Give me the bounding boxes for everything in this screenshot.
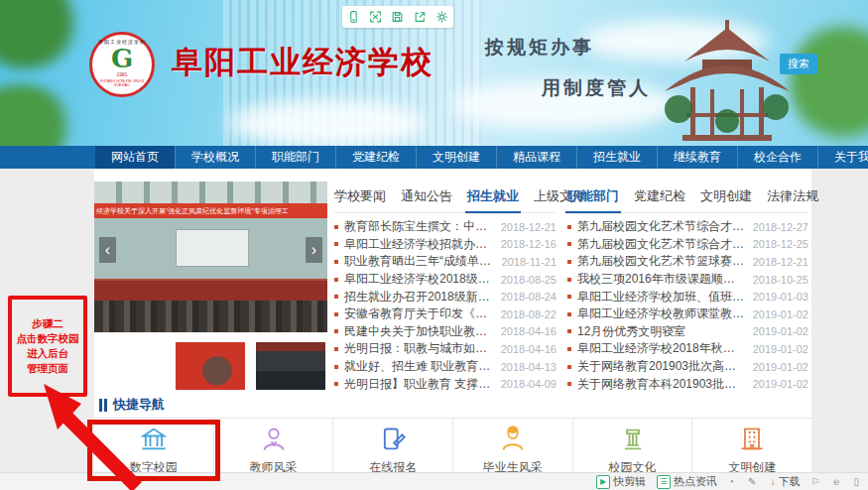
toolbar-item-label: 下载 bbox=[779, 474, 801, 489]
search-button[interactable]: 搜索 bbox=[780, 54, 817, 74]
school-name: 阜阳工业经济学校 bbox=[172, 42, 469, 83]
carousel-thumbnail-speaker[interactable] bbox=[176, 342, 245, 390]
news-item[interactable]: 民建中央关于加快职业教育转型 提高城... 2018-04-16 bbox=[334, 323, 557, 341]
news-item-date: 2019-01-02 bbox=[753, 325, 808, 337]
carousel-prev-button[interactable]: ‹ bbox=[99, 237, 116, 263]
news-item-title: 我校三项2016年市级课题顺利结题 bbox=[577, 271, 745, 288]
nav-item[interactable]: 学校概况 bbox=[175, 146, 255, 169]
nav-item[interactable]: 党建纪检 bbox=[335, 146, 416, 169]
news-item[interactable]: 第九届校园文化艺术节综合才艺比赛决赛 2018-12-27 bbox=[567, 218, 808, 236]
bullet-icon bbox=[334, 365, 338, 369]
settings-icon[interactable] bbox=[435, 10, 448, 24]
nav-item[interactable]: 网站首页 bbox=[95, 146, 175, 169]
news-item[interactable]: 第九届校园文化艺术节篮球赛决赛 2018-12-21 bbox=[567, 253, 808, 271]
news-item-date: 2019-01-02 bbox=[753, 308, 808, 320]
bullet-icon bbox=[567, 365, 571, 369]
toolbar-glyph-icon: ▯ bbox=[853, 476, 859, 488]
teacher-icon bbox=[259, 426, 289, 453]
browser-toolbar-item[interactable]: ⚐ bbox=[811, 476, 823, 488]
logo-ring-text: FUYANG GONGYE JINGJI XUEXIAO bbox=[95, 79, 149, 86]
news-tab[interactable]: 党建纪检 bbox=[634, 187, 685, 205]
nav-item[interactable]: 招生就业 bbox=[576, 146, 657, 169]
news-item[interactable]: 12月份优秀文明寝室 2019-01-02 bbox=[567, 323, 808, 341]
news-tab[interactable]: 学校要闻 bbox=[334, 187, 386, 205]
carousel-photo-screen bbox=[176, 229, 249, 267]
news-item[interactable]: 阜阳工业经济学校招就办全体党员到刘邓... 2018-12-16 bbox=[334, 236, 557, 254]
news-item[interactable]: 阜阳工业经济学校教师课堂教学行为规范 2019-01-02 bbox=[567, 306, 808, 323]
news-item[interactable]: 关于网络教育本科201903批次毕业论文写... 2019-01-02 bbox=[567, 375, 808, 393]
news-carousel: 经济学校关于深入开展“强化正风肃纪优化监督环境”专项治理工 ‹ › bbox=[94, 182, 327, 332]
news-item-title: 12月份优秀文明寝室 bbox=[577, 323, 745, 340]
nav-item[interactable]: 文明创建 bbox=[416, 146, 496, 169]
news-item[interactable]: 光明日报】职业教育 支撑城市良性生长 2018-04-09 bbox=[334, 375, 557, 393]
toolbar-glyph-icon: ◔ bbox=[728, 476, 734, 488]
news-tab[interactable]: 文明创建 bbox=[700, 187, 752, 205]
bullet-icon bbox=[334, 225, 338, 229]
bullet-icon bbox=[567, 329, 571, 333]
news-item[interactable]: 招生就业办召开2018级新生开学前工作布... 2018-08-24 bbox=[334, 288, 557, 306]
news-item-title: 阜阳工业经济学校招就办全体党员到刘邓... bbox=[344, 236, 493, 253]
save-icon[interactable] bbox=[391, 10, 404, 24]
news-tab[interactable]: 招生就业 bbox=[467, 187, 519, 205]
news-item[interactable]: 安徽省教育厅关于印发《严禁中职招生纪... 2018-08-22 bbox=[334, 306, 557, 323]
page: 阜阳工业经济学校 G 1981 FUYANG GONGYE JINGJI XUE… bbox=[0, 0, 868, 490]
nav-item[interactable]: 职能部门 bbox=[255, 146, 335, 169]
news-item[interactable]: 阜阳工业经济学校2018级新生报到场面火... 2018-08-25 bbox=[334, 271, 557, 289]
carousel-next-button[interactable]: › bbox=[306, 237, 322, 263]
bullet-icon bbox=[334, 312, 338, 316]
news-item-title: 阜阳工业经济学校加班、值班管理办法 bbox=[577, 289, 745, 306]
toolbar-glyph-icon: ▶ bbox=[596, 475, 610, 489]
form-icon bbox=[378, 426, 408, 453]
nav-item[interactable]: 关于我们 bbox=[817, 146, 868, 169]
browser-toolbar-item[interactable]: ◔ bbox=[728, 476, 737, 488]
news-item[interactable]: 光明日报：职教与城市如何融合发展 2018-04-16 bbox=[334, 340, 557, 358]
news-item-date: 2018-12-25 bbox=[753, 238, 808, 250]
news-item[interactable]: 关于网络教育201903批次高起专毕业报告... 2019-01-02 bbox=[567, 358, 808, 376]
main-navbar: 网站首页学校概况职能部门党建纪检文明创建精品课程招生就业继续教育校企合作关于我们 bbox=[0, 146, 868, 169]
news-item-title: 关于网络教育201903批次高起专毕业报告... bbox=[577, 358, 745, 375]
browser-toolbar-item[interactable]: ✎ bbox=[748, 476, 759, 488]
news-item-date: 2018-04-16 bbox=[501, 343, 557, 355]
news-item-title: 招生就业办召开2018级新生开学前工作布... bbox=[344, 289, 493, 306]
news-item-title: 第九届校园文化艺术节综合才艺比赛初赛 bbox=[577, 236, 745, 253]
news-item[interactable]: 教育部长陈宝生撰文：中国教育，波澜壮... 2018-12-21 bbox=[334, 218, 557, 236]
news-item[interactable]: 我校三项2016年市级课题顺利结题 2018-10-25 bbox=[567, 271, 808, 289]
nav-item[interactable]: 继续教育 bbox=[657, 146, 737, 169]
news-item-date: 2018-12-21 bbox=[501, 221, 557, 233]
share-icon[interactable] bbox=[414, 10, 427, 24]
browser-toolbar-item[interactable]: ↓ 下载 bbox=[771, 474, 801, 489]
news-item[interactable]: 阜阳工业经济学校加班、值班管理办法 2019-01-03 bbox=[567, 288, 808, 306]
news-item[interactable]: 第九届校园文化艺术节综合才艺比赛初赛 2018-12-25 bbox=[567, 236, 808, 254]
school-logo: 阜阳工业经济学校 G 1981 FUYANG GONGYE JINGJI XUE… bbox=[89, 32, 155, 97]
fullscreen-icon[interactable] bbox=[369, 10, 382, 24]
carousel-thumbnail-audience[interactable] bbox=[256, 342, 325, 390]
foliage-decoration bbox=[0, 84, 79, 146]
news-item[interactable]: 阜阳工业经济学校2018年秋季学期校内资... 2019-01-02 bbox=[567, 340, 808, 358]
bullet-icon bbox=[567, 260, 571, 264]
news-item-date: 2018-12-21 bbox=[753, 256, 808, 268]
browser-toolbar-item[interactable]: ☰ 热点资讯 bbox=[657, 474, 717, 489]
bullet-icon bbox=[567, 312, 571, 316]
browser-toolbar-item[interactable]: ▶ 快剪辑 bbox=[596, 474, 646, 489]
news-item-title: 阜阳工业经济学校教师课堂教学行为规范 bbox=[577, 306, 745, 322]
news-tab[interactable]: 通知公告 bbox=[401, 187, 452, 205]
news-item[interactable]: 就业好、招生难 职业教育到底“差”在... 2018-04-13 bbox=[334, 358, 557, 376]
news-tab[interactable]: 职能部门 bbox=[567, 187, 619, 205]
news-item-date: 2018-12-16 bbox=[501, 238, 557, 250]
browser-toolbar-item[interactable]: ▯ bbox=[853, 476, 862, 488]
news-item-title: 安徽省教育厅关于印发《严禁中职招生纪... bbox=[344, 306, 493, 322]
carousel-banner-text: 经济学校关于深入开展“强化正风肃纪优化监督环境”专项治理工 bbox=[94, 203, 327, 218]
bullet-icon bbox=[567, 225, 571, 229]
mobile-icon[interactable] bbox=[347, 10, 360, 24]
bullet-icon bbox=[334, 382, 338, 386]
news-item-date: 2018-11-21 bbox=[502, 256, 557, 268]
bullet-icon bbox=[334, 347, 338, 351]
news-item[interactable]: 职业教育晒出三年“成绩单” 每年七成新... 2018-11-21 bbox=[334, 253, 557, 271]
news-item-title: 光明日报：职教与城市如何融合发展 bbox=[344, 340, 493, 357]
news-item-date: 2018-08-25 bbox=[501, 274, 557, 286]
news-tab[interactable]: 法律法规 bbox=[767, 187, 818, 205]
nav-item[interactable]: 精品课程 bbox=[496, 146, 576, 169]
browser-toolbar-item[interactable]: ℮ bbox=[833, 476, 842, 488]
nav-item[interactable]: 校企合作 bbox=[737, 146, 817, 169]
annotation-arrow-icon bbox=[30, 382, 147, 490]
